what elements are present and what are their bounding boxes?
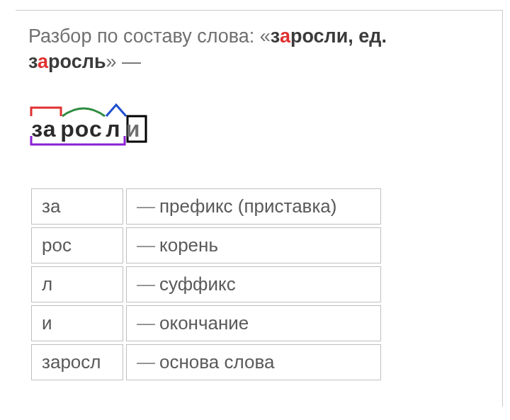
cell-desc: —корень [126, 227, 381, 263]
cell-morph: рос [31, 227, 123, 263]
article-card: Разбор по составу слова: «заросли, ед. з… [16, 10, 503, 407]
morph-prefix: за [28, 116, 60, 142]
cell-desc: —окончание [126, 305, 381, 341]
table-row: рос —корень [31, 227, 381, 263]
cell-desc: —суффикс [126, 266, 381, 302]
cell-desc-text: окончание [159, 312, 249, 334]
table-row: за —префикс (приставка) [31, 188, 381, 225]
suffix-caret-icon [106, 105, 126, 116]
morpheme-table: за —префикс (приставка) рос —корень л —с… [28, 186, 384, 383]
morph-root: рос [60, 116, 103, 142]
cell-desc-text: корень [159, 234, 218, 256]
cell-morph: и [31, 305, 123, 341]
dash-icon: — [137, 312, 159, 334]
cell-desc-text: основа слова [159, 351, 274, 373]
cell-desc-text: префикс (приставка) [159, 195, 336, 217]
title-suffix: » — [106, 51, 142, 72]
dash-icon: — [137, 351, 159, 373]
title-word1-rest: росли, ед. [290, 25, 387, 47]
page-title: Разбор по составу слова: «заросли, ед. з… [28, 23, 491, 75]
cell-desc-text: суффикс [159, 273, 236, 295]
root-arc-icon [62, 108, 105, 116]
prefix-bracket-icon [31, 108, 61, 116]
cell-morph: л [31, 266, 123, 302]
cell-morph: за [31, 188, 123, 225]
title-word2-accent: а [38, 51, 48, 72]
title-word2-pre: з [28, 51, 38, 72]
title-prefix: Разбор по составу слова: « [28, 25, 271, 47]
table-row: заросл —основа слова [31, 344, 381, 380]
table-row: л —суффикс [31, 266, 381, 302]
cell-desc: —основа слова [126, 344, 381, 380]
morpheme-diagram: за рос л и [28, 96, 491, 150]
morph-suffix: л [103, 116, 123, 142]
morph-ending: и [123, 116, 143, 142]
title-word2-rest: росль [48, 51, 106, 72]
dash-icon: — [137, 234, 159, 256]
title-word1-accent: а [280, 25, 290, 47]
dash-icon: — [137, 195, 159, 217]
title-word1-pre: з [271, 25, 280, 47]
dash-icon: — [137, 273, 159, 295]
cell-morph: заросл [31, 344, 123, 380]
cell-desc: —префикс (приставка) [126, 188, 381, 225]
table-row: и —окончание [31, 305, 381, 341]
morpheme-letters: за рос л и [28, 116, 143, 142]
